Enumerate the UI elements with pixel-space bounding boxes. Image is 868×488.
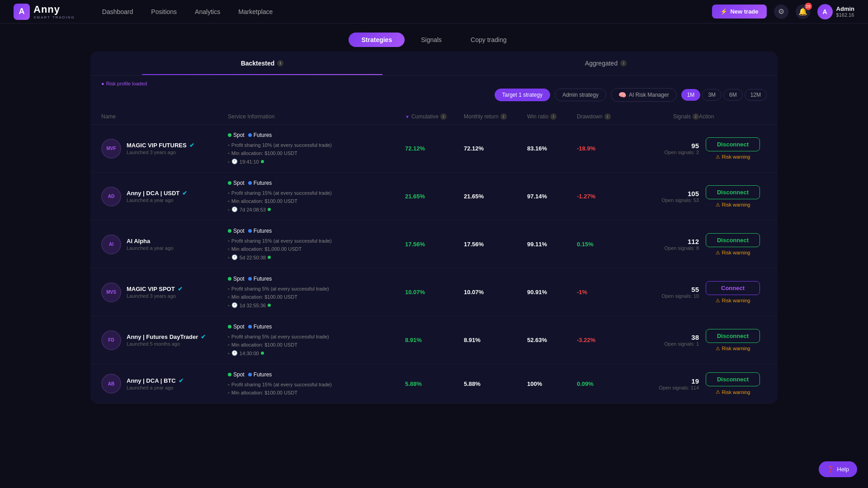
filter-ai-risk[interactable]: 🧠 AI Risk Manager	[611, 88, 677, 102]
min-allocation: Min allocation: $100.00 USDT	[228, 294, 405, 300]
disconnect-button[interactable]: Disconnect	[706, 233, 760, 247]
filters-row: ● Risk profile loaded	[90, 75, 778, 88]
nav-positions[interactable]: Positions	[151, 6, 177, 17]
settings-icon-button[interactable]: ⚙	[774, 5, 788, 19]
aggregated-info-icon[interactable]: i	[620, 60, 627, 66]
table-body: MVF MAGIC VIP FUTURES ✔ Launched 3 years…	[90, 125, 778, 404]
notification-button[interactable]: 🔔 29	[796, 5, 810, 19]
win-ratio-value: 90.91%	[527, 289, 577, 296]
time-btn-12m[interactable]: 12M	[745, 89, 767, 101]
col-drawdown[interactable]: Drawdown i	[577, 113, 627, 120]
col-winratio[interactable]: Win ratio i	[527, 113, 577, 120]
table-row: AB Anny | DCA | BTC ✔ Launched a year ag…	[90, 364, 778, 404]
new-trade-button[interactable]: ⚡ New trade	[712, 5, 766, 19]
action-col: Disconnect ⚠ Risk warning	[699, 329, 767, 352]
time-btn-1m[interactable]: 1M	[681, 89, 701, 101]
inner-tab-backtested[interactable]: Backtested i	[90, 52, 434, 75]
strategy-name-cell: MVF MAGIC VIP FUTURES ✔ Launched 3 years…	[101, 139, 228, 159]
logo-icon: A	[14, 4, 30, 20]
disconnect-button[interactable]: Disconnect	[706, 372, 760, 386]
tab-copy-trading[interactable]: Copy trading	[458, 33, 519, 47]
avatar: A	[817, 4, 833, 19]
cumulative-info-icon[interactable]: i	[440, 113, 447, 120]
open-signals: Open signals: 114	[627, 385, 699, 390]
warning-icon: ⚠	[716, 154, 720, 160]
col-action-label: Action	[699, 113, 714, 120]
risk-warning: ⚠ Risk warning	[716, 389, 750, 395]
verified-icon: ✔	[178, 286, 183, 292]
signals-info-icon[interactable]: i	[693, 113, 699, 120]
nav-marketplace[interactable]: Marketplace	[238, 6, 273, 17]
disconnect-button[interactable]: Disconnect	[706, 329, 760, 343]
strategies-panel: Backtested i Aggregated i ● Risk profile…	[90, 52, 778, 404]
profit-sharing: Profit sharing 5% (at every successful t…	[228, 286, 405, 291]
timer: 🕐 7d 24:08:53	[228, 206, 405, 212]
time-btn-6m[interactable]: 6M	[723, 89, 743, 101]
signals-count: 112	[627, 238, 699, 245]
verified-icon: ✔	[179, 377, 184, 384]
warning-icon: ⚠	[716, 346, 720, 352]
min-allocation: Min allocation: $1,000.00 USDT	[228, 246, 405, 252]
warning-icon: ⚠	[716, 250, 720, 256]
filter-target1[interactable]: Target 1 strategy	[495, 89, 550, 101]
spot-dot	[228, 277, 231, 281]
disconnect-button[interactable]: Disconnect	[706, 137, 760, 151]
tab-signals[interactable]: Signals	[408, 33, 454, 47]
strategy-name-cell: AI AI Alpha Launched a year ago	[101, 235, 228, 254]
col-service[interactable]: Service Information	[228, 113, 405, 120]
user-menu[interactable]: A Admin $162.16	[817, 4, 854, 19]
col-name[interactable]: Name	[101, 113, 228, 120]
monthly-info-icon[interactable]: i	[500, 113, 507, 120]
spot-dot	[228, 181, 231, 185]
strategy-name-cell: AB Anny | DCA | BTC ✔ Launched a year ag…	[101, 374, 228, 394]
tab-strategies[interactable]: Strategies	[349, 33, 405, 47]
col-signals[interactable]: Signals i	[627, 113, 699, 120]
futures-tag: Futures	[248, 132, 272, 138]
warning-icon: ⚠	[716, 298, 720, 304]
monthly-return-value: 5.88%	[464, 380, 527, 387]
help-button[interactable]: ❓ Help	[819, 461, 857, 477]
clock-icon: 🕐	[231, 302, 238, 308]
warning-icon: ⚠	[716, 389, 720, 395]
strategy-launched: Launched a year ago	[127, 197, 187, 203]
time-btn-3m[interactable]: 3M	[702, 89, 722, 101]
col-monthly[interactable]: Monthly return i	[464, 113, 527, 120]
spot-tag: Spot	[228, 371, 245, 378]
action-col: Disconnect ⚠ Risk warning	[699, 372, 767, 395]
inner-tab-aggregated[interactable]: Aggregated i	[434, 52, 778, 75]
profit-sharing: Profit sharing 15% (at every successful …	[228, 238, 405, 244]
col-signals-label: Signals	[673, 113, 691, 120]
help-label: Help	[837, 466, 849, 473]
drawdown-value: -18.9%	[577, 145, 627, 152]
service-info: Spot Futures Profit sharing 15% (at ever…	[228, 228, 405, 261]
strategy-name: MAGIC VIP FUTURES ✔	[127, 142, 194, 149]
timer: 🕐 5d 22:50:38	[228, 254, 405, 260]
signals-col: 95 Open signals: 2	[627, 142, 699, 155]
service-info: Spot Futures Profit sharing 5% (at every…	[228, 276, 405, 309]
action-col: Disconnect ⚠ Risk warning	[699, 233, 767, 256]
cumulative-value: 8.91%	[405, 337, 464, 343]
futures-dot	[248, 181, 252, 185]
drawdown-info-icon[interactable]: i	[604, 113, 611, 120]
filter-admin[interactable]: Admin strategy	[555, 89, 606, 101]
open-signals: Open signals: 10	[627, 293, 699, 299]
risk-warning-label: Risk warning	[722, 346, 750, 351]
disconnect-button[interactable]: Disconnect	[706, 185, 760, 199]
nav-dashboard[interactable]: Dashboard	[102, 6, 133, 17]
futures-tag: Futures	[248, 180, 272, 186]
header-right: ⚡ New trade ⚙ 🔔 29 A Admin $162.16	[712, 4, 854, 19]
filters-buttons-row: Target 1 strategy Admin strategy 🧠 AI Ri…	[90, 88, 778, 109]
status-dot	[261, 160, 264, 163]
connect-button[interactable]: Connect	[706, 281, 760, 295]
strategy-name-cell: FD Anny | Futures DayTrader ✔ Launched 5…	[101, 330, 228, 350]
winratio-info-icon[interactable]: i	[550, 113, 557, 120]
backtested-info-icon[interactable]: i	[277, 60, 283, 66]
table-row: MVS MAGIC VIP SPOT ✔ Launched 3 years ag…	[90, 268, 778, 316]
table-header: Name Service Information ▼ Cumulative i …	[90, 109, 778, 125]
min-allocation: Min allocation: $100.00 USDT	[228, 390, 405, 395]
nav-analytics[interactable]: Analytics	[195, 6, 220, 17]
col-name-label: Name	[101, 113, 116, 120]
header: A Anny SMART TRADING Dashboard Positions…	[0, 0, 868, 23]
col-cumulative[interactable]: ▼ Cumulative i	[405, 113, 464, 120]
futures-tag: Futures	[248, 228, 272, 234]
